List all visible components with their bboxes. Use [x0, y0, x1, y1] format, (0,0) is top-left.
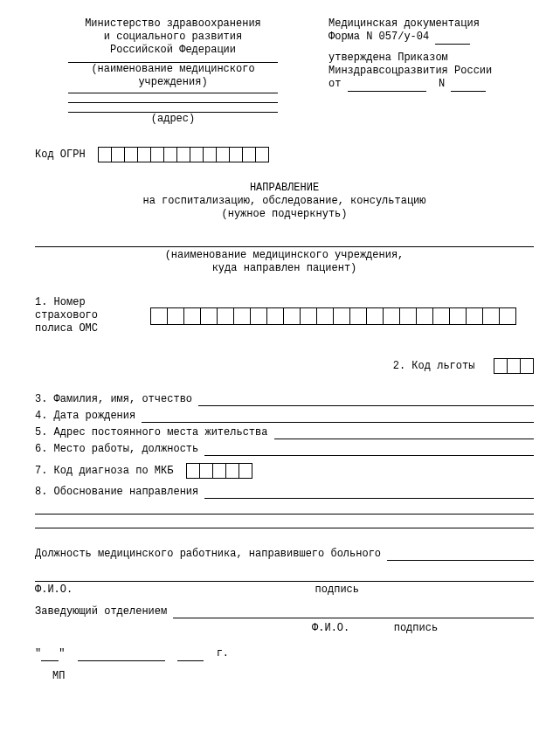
field-8: 8. Обоснование направления [35, 486, 534, 499]
ogrn-row: Код ОГРН [35, 147, 534, 162]
field-6-blank [204, 443, 534, 456]
field-7-label: 7. Код диагноза по МКБ [35, 465, 173, 477]
field-5: 5. Адрес постоянного места жительства [35, 426, 534, 439]
head-blank [173, 605, 534, 618]
benefit-boxes [494, 358, 534, 374]
year-suffix: г. [217, 647, 229, 660]
field-5-blank [274, 426, 534, 439]
field-4-label: 4. Дата рождения [35, 410, 135, 423]
mp: МП [52, 670, 534, 683]
day-blank [41, 647, 59, 661]
sign-label-1: подпись [315, 584, 359, 597]
year-blank [177, 647, 204, 661]
doctor-position-blank [387, 548, 534, 561]
field-5-label: 5. Адрес постоянного места жительства [35, 426, 267, 439]
approved-line1: утверждена Приказом [328, 52, 534, 65]
field-3: 3. Фамилия, имя, отчество [35, 393, 534, 406]
head-label: Заведующий отделением [35, 605, 167, 618]
head-sign-labels: Ф.И.О. подпись [35, 622, 534, 635]
fio-label-2: Ф.И.О. [312, 622, 349, 634]
f1c: полиса ОМС [35, 322, 140, 335]
ot-label: от [328, 78, 341, 90]
header-right: Медицинская документация Форма N 057/у-0… [328, 17, 534, 126]
header-left: Министерство здравоохранения и социально… [35, 17, 311, 126]
mkb-boxes [186, 463, 252, 479]
approval-date-blank [348, 78, 426, 92]
ministry-line1: Министерство здравоохранения [35, 17, 311, 31]
destination-label2: куда направлен пациент) [35, 262, 534, 275]
field-8-blank [204, 486, 534, 499]
ministry-line2: и социального развития [35, 31, 311, 44]
field-8-label: 8. Обоснование направления [35, 486, 198, 499]
field-3-label: 3. Фамилия, имя, отчество [35, 393, 192, 406]
fio-label-1: Ф.И.О. [35, 584, 73, 597]
field-4-blank [142, 410, 534, 423]
form-number-text: Форма N 057/у-04 [328, 31, 429, 43]
form-number-blank [435, 31, 470, 45]
sign-label-2: подпись [394, 622, 438, 634]
institution-label: (наименование медицинского учреждения) [35, 63, 311, 89]
doctor-sign-line [35, 570, 534, 582]
address-label: (адрес) [35, 113, 311, 126]
title-sub: на госпитализацию, обследование, консуль… [35, 195, 534, 208]
approval-n-blank [451, 78, 486, 92]
doctor-sign-labels: Ф.И.О. подпись [35, 584, 534, 597]
f1b: страхового [35, 309, 140, 322]
field-3-blank [198, 393, 534, 406]
destination-label1: (наименование медицинского учреждения, [35, 249, 534, 262]
field-6-label: 6. Место работы, должность [35, 443, 198, 456]
field-1: 1. Номер страхового полиса ОМС [35, 296, 534, 335]
ministry-line3: Российской Федерации [35, 44, 311, 57]
title-block: НАПРАВЛЕНИЕ на госпитализацию, обследова… [35, 182, 534, 221]
field-8-line3 [35, 516, 534, 528]
approved-line2: Минздравсоцразвития России [328, 65, 534, 78]
head-row: Заведующий отделением [35, 605, 534, 618]
doctor-position-label: Должность медицинского работника, направ… [35, 548, 381, 561]
f1a: 1. Номер [35, 296, 140, 309]
field-8-line2 [35, 502, 534, 515]
header: Министерство здравоохранения и социально… [35, 17, 534, 126]
approved-date: от N [328, 78, 534, 92]
field-2-label: 2. Код льготы [393, 360, 475, 372]
title-main: НАПРАВЛЕНИЕ [35, 182, 534, 195]
n-label: N [439, 78, 445, 90]
destination-line [35, 235, 534, 247]
ogrn-boxes [98, 147, 269, 162]
ogrn-label: Код ОГРН [35, 148, 86, 161]
doc-kind: Медицинская документация [328, 17, 534, 31]
q2: " [59, 647, 65, 660]
q1: " [35, 647, 41, 660]
field-2: 2. Код льготы [35, 358, 534, 374]
doctor-position-row: Должность медицинского работника, направ… [35, 548, 534, 561]
title-note: (нужное подчеркнуть) [35, 208, 534, 221]
date-row: " " г. [35, 647, 534, 661]
field-1-label: 1. Номер страхового полиса ОМС [35, 296, 140, 335]
form-number: Форма N 057/у-04 [328, 31, 534, 45]
field-7: 7. Код диагноза по МКБ [35, 463, 534, 479]
field-6: 6. Место работы, должность [35, 443, 534, 456]
month-blank [78, 647, 165, 661]
field-4: 4. Дата рождения [35, 410, 534, 423]
oms-boxes [150, 307, 516, 325]
